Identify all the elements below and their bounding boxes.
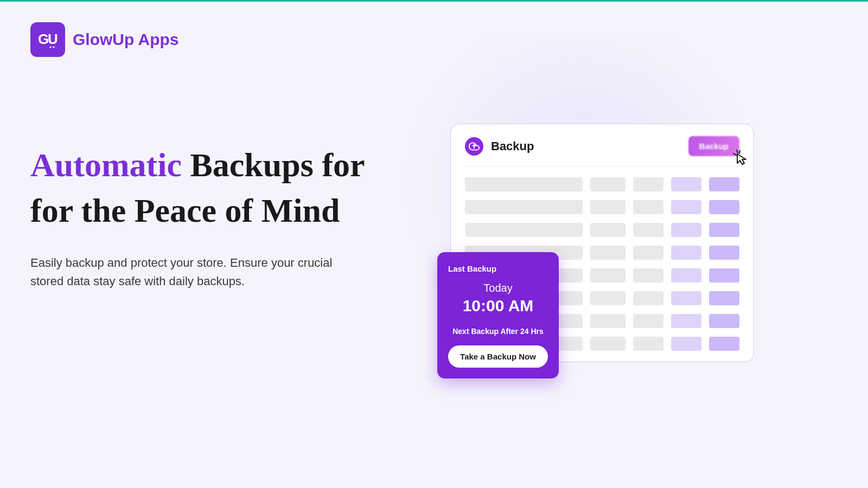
table-row [465, 200, 739, 214]
table-row [465, 177, 739, 191]
last-backup-card: Last Backup Today 10:00 AM Next Backup A… [437, 252, 559, 378]
brand-logo: G U GlowUp Apps [30, 22, 179, 57]
brand-name: GlowUp Apps [73, 30, 179, 49]
next-backup-text: Next Backup After 24 Hrs [448, 327, 548, 336]
svg-text:U: U [48, 31, 58, 47]
svg-line-5 [737, 150, 738, 153]
logo-glyph-icon: G U [36, 28, 60, 52]
hero-title: Automatic Backups for for the Peace of M… [30, 143, 378, 233]
hero-description: Easily backup and protect your store. En… [30, 254, 334, 291]
hero-title-accent: Automatic [30, 146, 182, 183]
svg-point-3 [53, 46, 54, 48]
last-backup-label: Last Backup [448, 264, 548, 273]
hero-section: Automatic Backups for for the Peace of M… [30, 143, 378, 291]
cursor-click-icon [732, 149, 749, 168]
take-backup-now-button[interactable]: Take a Backup Now [448, 345, 548, 368]
svg-line-4 [733, 153, 736, 155]
svg-line-6 [739, 151, 740, 153]
table-row [465, 223, 739, 237]
cloud-upload-icon [465, 137, 483, 156]
panel-header: Backup Backup [465, 136, 739, 166]
last-backup-day: Today [448, 282, 548, 294]
svg-point-2 [49, 46, 51, 48]
last-backup-time: 10:00 AM [448, 297, 548, 315]
logo-icon: G U [30, 22, 65, 57]
panel-title: Backup [491, 139, 534, 153]
backup-button[interactable]: Backup [688, 136, 739, 156]
panel-header-left: Backup [465, 137, 534, 156]
